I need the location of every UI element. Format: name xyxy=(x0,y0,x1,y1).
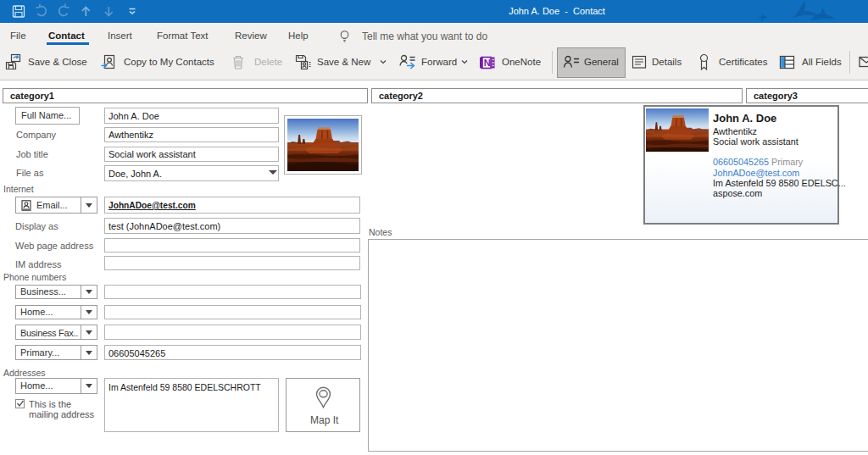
svg-text:N: N xyxy=(484,58,491,68)
